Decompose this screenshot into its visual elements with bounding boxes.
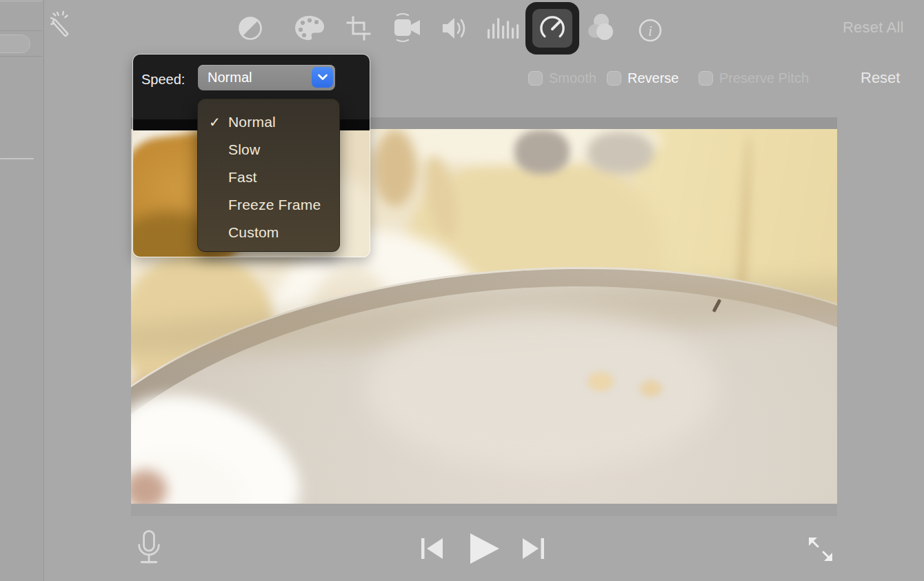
checkmark-icon: ✓	[209, 114, 224, 130]
enhance-magic-wand-icon[interactable]	[48, 9, 79, 39]
menu-item-custom[interactable]: Custom	[198, 219, 339, 246]
blurred-object	[587, 132, 654, 173]
color-balance-icon[interactable]	[237, 15, 263, 41]
crop-icon[interactable]	[345, 15, 372, 41]
menu-item-freeze-frame[interactable]: Freeze Frame	[198, 191, 339, 219]
speed-gauge-icon	[532, 9, 572, 48]
volume-speaker-icon[interactable]	[440, 14, 470, 42]
speed-label: Speed:	[141, 72, 185, 88]
blurred-figure	[514, 130, 570, 174]
reverse-label: Reverse	[627, 70, 679, 86]
menu-item-normal[interactable]: ✓ Normal	[198, 108, 339, 136]
play-button[interactable]	[470, 533, 500, 564]
previous-frame-button[interactable]	[421, 538, 443, 559]
menu-item-fast[interactable]: Fast	[198, 164, 339, 191]
imovie-adjustments-screen: i Reset All Smooth Reverse Preserve Pitc…	[0, 0, 924, 581]
menu-item-slow[interactable]: Slow	[198, 136, 339, 164]
speed-dropdown-menu: ✓ Normal Slow Fast Freeze Frame Custom	[197, 99, 340, 252]
sidebar-edge	[0, 0, 44, 581]
noise-reduction-bars-icon[interactable]	[486, 16, 522, 41]
pot-haze	[365, 310, 717, 469]
fullscreen-icon[interactable]	[805, 534, 836, 563]
sidebar-top-divider	[0, 1, 42, 1]
sidebar-highlight-line	[0, 158, 34, 159]
next-frame-button[interactable]	[522, 538, 544, 559]
svg-text:i: i	[648, 23, 652, 39]
stabilization-camera-icon[interactable]	[390, 10, 425, 45]
clip-info-icon[interactable]: i	[636, 17, 664, 44]
pot-reflection	[640, 380, 662, 397]
chevron-down-icon[interactable]	[312, 67, 333, 88]
preserve-pitch-checkbox-row[interactable]: Preserve Pitch	[699, 70, 809, 86]
speed-popup-button[interactable]: Normal	[198, 65, 335, 90]
preserve-pitch-checkbox[interactable]	[699, 71, 713, 86]
sidebar-divider	[0, 56, 42, 57]
smooth-checkbox-row[interactable]: Smooth	[528, 70, 596, 86]
color-filters-icon[interactable]	[585, 12, 618, 45]
preserve-pitch-label: Preserve Pitch	[719, 70, 809, 86]
reset-button[interactable]: Reset	[861, 69, 900, 87]
color-palette-icon[interactable]	[294, 14, 327, 43]
pot-reflection	[587, 372, 614, 391]
reverse-checkbox-row[interactable]: Reverse	[607, 70, 679, 86]
speed-gauge-button-active[interactable]	[525, 2, 579, 55]
reset-all-button[interactable]: Reset All	[843, 19, 904, 37]
sidebar-button-stub[interactable]	[0, 35, 30, 53]
smooth-checkbox[interactable]	[528, 71, 543, 86]
sidebar-divider	[0, 30, 42, 31]
reverse-checkbox[interactable]	[607, 71, 621, 86]
background-detail	[374, 129, 416, 206]
video-bottom-bar	[131, 504, 837, 516]
speed-popup-value: Normal	[208, 70, 252, 86]
smooth-label: Smooth	[549, 70, 596, 86]
voiceover-record-button[interactable]	[137, 529, 161, 568]
